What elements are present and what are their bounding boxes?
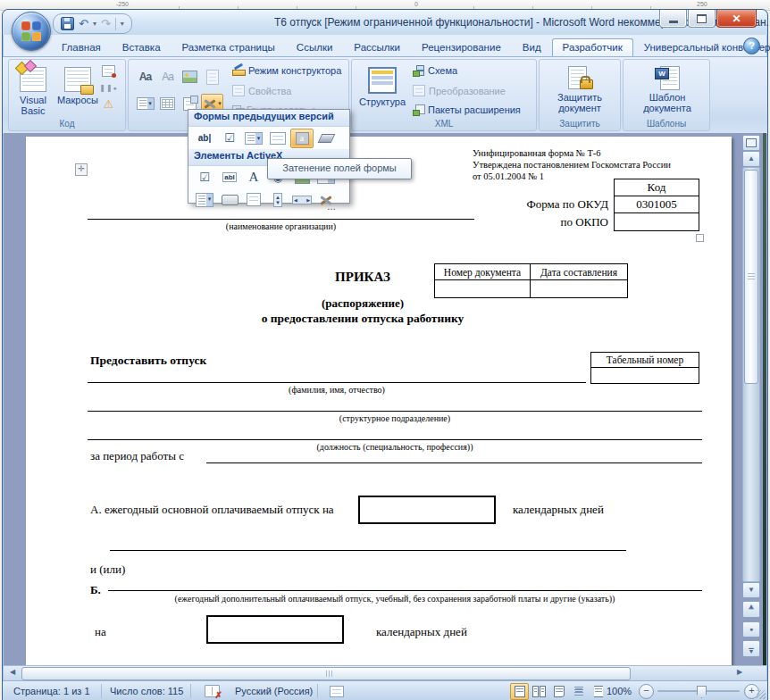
minimize-button[interactable] [659, 10, 687, 28]
doc-number-cell[interactable] [435, 280, 531, 298]
group-label-templates[interactable]: Шаблоны [624, 119, 709, 130]
fio-line[interactable] [88, 371, 586, 383]
horizontal-scroll-thumb[interactable] [21, 667, 631, 680]
tab-recenzirovanie[interactable]: Рецензирование [411, 38, 512, 56]
zoom-slider-track[interactable] [657, 690, 740, 692]
position-line[interactable] [88, 428, 702, 440]
ruler-toggle-button[interactable] [742, 135, 760, 151]
plain-text-control-button[interactable]: Aa [156, 67, 179, 87]
activex-commandbutton-button[interactable] [218, 190, 241, 210]
activex-label-button[interactable]: A [242, 168, 265, 188]
outline-view-button[interactable] [569, 683, 588, 700]
more-controls-button[interactable]: … [314, 190, 338, 210]
structure-button[interactable]: Структура [356, 62, 409, 120]
insert-frame-button[interactable] [266, 129, 289, 148]
tab-glavnaya[interactable]: Главная [51, 38, 112, 56]
customize-qat-icon[interactable]: ▾ [121, 20, 124, 28]
days-form-field-a[interactable] [358, 496, 496, 524]
transform-button[interactable]: Преобразование [413, 85, 506, 96]
picture-control-button[interactable] [179, 67, 201, 87]
resize-grip[interactable] [757, 690, 766, 699]
scroll-right-icon[interactable]: ▶ [732, 667, 747, 679]
section-b-line[interactable] [108, 579, 702, 591]
group-label-code[interactable]: Код [9, 119, 125, 130]
text-form-field-button[interactable]: ab| [192, 129, 217, 148]
vertical-scroll-track[interactable] [742, 167, 760, 582]
web-layout-view-button[interactable] [549, 683, 568, 700]
page-indicator[interactable]: Страница: 1 из 1 [6, 681, 97, 700]
scroll-up-icon[interactable]: ▲ [742, 151, 760, 167]
combo-box-control-button[interactable] [134, 94, 156, 113]
redo-icon[interactable]: ↷ [101, 18, 111, 29]
days-form-field-b[interactable] [206, 615, 344, 644]
doc-date-cell[interactable] [531, 280, 628, 298]
fullscreen-reading-view-button[interactable] [530, 683, 548, 700]
dropdown-list-control-button[interactable] [156, 94, 179, 113]
unit-line[interactable] [88, 399, 702, 412]
tab-ssylki[interactable]: Ссылки [286, 38, 344, 56]
reset-form-fields-button[interactable] [314, 129, 338, 148]
zoom-out-button[interactable]: − [639, 684, 654, 699]
previous-page-button[interactable]: ▲▔ [742, 601, 760, 618]
vertical-scrollbar[interactable]: ▲ ▼ ▲▔ ● ▁▼ [742, 135, 758, 664]
pause-recording-icon[interactable]: ❚❚● [102, 81, 115, 94]
help-button[interactable]: ? [743, 38, 760, 54]
undo-dropdown-icon[interactable]: ▾ [93, 20, 96, 28]
building-block-control-button[interactable] [201, 67, 223, 87]
table-move-handle-icon[interactable]: ✛ [75, 163, 88, 176]
proofing-status[interactable] [197, 681, 227, 700]
dropdown-form-field-button[interactable] [242, 129, 265, 148]
zoom-slider-thumb[interactable] [697, 686, 707, 698]
macro-security-icon[interactable]: ⚠ [102, 97, 115, 110]
activex-list-button[interactable] [242, 190, 265, 210]
tab-razmetka[interactable]: Разметка страницы [172, 38, 286, 56]
scroll-down-icon[interactable]: ▼ [742, 582, 760, 598]
save-icon[interactable] [61, 17, 74, 30]
word-count[interactable]: Число слов: 115 [103, 681, 190, 700]
schema-button[interactable]: Схема [413, 65, 457, 76]
record-macro-icon[interactable] [102, 64, 115, 77]
period-line[interactable] [206, 451, 702, 463]
restore-button[interactable] [688, 10, 716, 28]
protect-document-button[interactable]: Защитить документ [544, 62, 615, 120]
properties-button[interactable]: Свойства [232, 85, 291, 96]
document-page[interactable]: ✛ Унифицированная форма № Т-6 Утверждена… [26, 137, 732, 666]
group-label-protect[interactable]: Защитить [540, 119, 620, 130]
close-button[interactable]: ✕ [716, 10, 757, 28]
section-a-extra-line[interactable] [110, 538, 626, 551]
next-page-button[interactable]: ▁▼ [742, 640, 760, 657]
zoom-level[interactable]: 100% [599, 681, 639, 700]
tab-razrabotchik[interactable]: Разработчик [552, 38, 633, 56]
okud-value-cell[interactable]: 0301005 [615, 196, 699, 213]
office-button[interactable] [12, 12, 51, 51]
title-bar[interactable]: ↶ ▾ ↷ ▾ Т6 отпуск [Режим ограниченной фу… [3, 10, 767, 35]
macros-button[interactable]: Макросы [55, 62, 100, 120]
activex-listbox-button[interactable] [192, 190, 217, 210]
form-field-shading-button[interactable]: a [290, 129, 314, 148]
macro-recording-indicator[interactable] [322, 681, 351, 700]
print-layout-view-button[interactable] [510, 683, 529, 700]
undo-icon[interactable]: ↶ [79, 18, 88, 29]
tab-rassylki[interactable]: Рассылки [343, 38, 411, 56]
tab-vstavka[interactable]: Вставка [112, 38, 172, 56]
horizontal-scrollbar[interactable]: ◀ ▶ [4, 665, 766, 681]
vertical-scroll-thumb[interactable] [744, 170, 758, 384]
select-browse-object-button[interactable]: ● [742, 621, 760, 638]
checkbox-form-field-button[interactable]: ☑ [218, 129, 241, 148]
visual-basic-button[interactable]: Visual Basic [11, 62, 55, 120]
picture-control-icon [182, 71, 197, 83]
group-label-xml[interactable]: XML [352, 119, 536, 130]
language-indicator[interactable]: Русский (Россия) [228, 681, 320, 700]
rich-text-control-button[interactable]: Aa [134, 67, 156, 87]
scroll-left-icon[interactable]: ◀ [5, 667, 20, 679]
design-mode-button[interactable]: Режим конструктора [232, 65, 341, 76]
expansion-packs-button[interactable]: Пакеты расширения [413, 104, 521, 115]
activex-scrollbar-button[interactable]: ◀▶ [290, 190, 314, 210]
personnel-number-cell[interactable] [591, 368, 699, 384]
activex-textbox-button[interactable]: abl [218, 168, 241, 188]
okpo-value-cell[interactable] [615, 213, 699, 231]
tab-vid[interactable]: Вид [512, 38, 552, 56]
activex-checkbox-button[interactable]: ☑ [192, 168, 217, 188]
document-template-button[interactable]: W Шаблон документа [631, 62, 704, 120]
activex-spinbutton-button[interactable]: ▲▼ [266, 190, 289, 210]
